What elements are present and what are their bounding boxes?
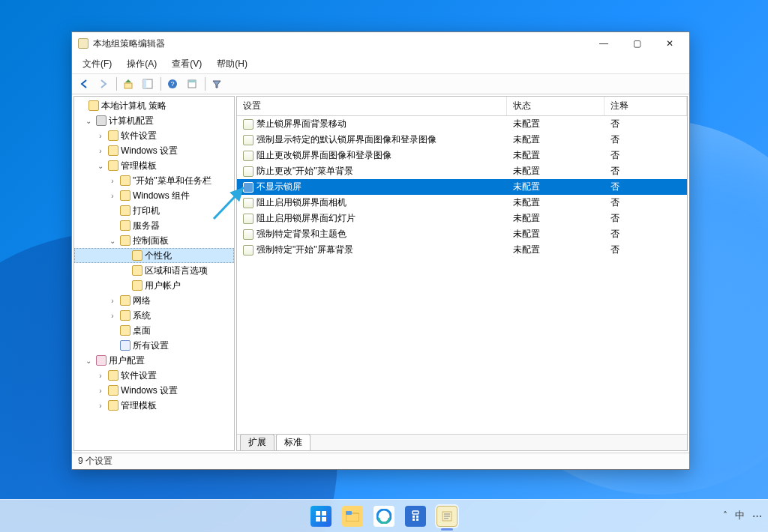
tree-system[interactable]: ›系统 bbox=[74, 308, 234, 323]
tree-item-label: 打印机 bbox=[133, 205, 160, 217]
toolbar: ? bbox=[72, 74, 689, 94]
tree-windows-settings[interactable]: ›Windows 设置 bbox=[74, 143, 234, 158]
menu-action[interactable]: 操作(A) bbox=[121, 56, 163, 72]
close-button[interactable]: ✕ bbox=[653, 33, 686, 54]
list-row[interactable]: 阻止更改锁屏界面图像和登录图像未配置否 bbox=[237, 148, 687, 163]
settings-icon bbox=[120, 340, 130, 351]
up-button[interactable] bbox=[119, 76, 137, 92]
list-row[interactable]: 阻止启用锁屏界面幻灯片未配置否 bbox=[237, 211, 687, 226]
tree-all-settings[interactable]: 所有设置 bbox=[74, 338, 234, 353]
maximize-button[interactable]: ▢ bbox=[620, 33, 653, 54]
tree-item-label: 控制面板 bbox=[133, 235, 169, 247]
tree-software-settings[interactable]: ›软件设置 bbox=[74, 128, 234, 143]
list-row[interactable]: 阻止启用锁屏界面相机未配置否 bbox=[237, 195, 687, 211]
setting-state: 未配置 bbox=[507, 181, 604, 193]
tree-item-label: 软件设置 bbox=[121, 130, 157, 142]
tabs: 扩展 标准 bbox=[237, 434, 687, 450]
taskbar-store-icon[interactable] bbox=[405, 506, 426, 527]
tree-pane[interactable]: 本地计算机 策略 ⌄ 计算机配置 ›软件设置 ›Windows 设置 bbox=[74, 96, 235, 451]
tree-item-label: 软件设置 bbox=[121, 369, 157, 382]
tree-desktop[interactable]: 桌面 bbox=[74, 323, 234, 338]
list-body[interactable]: 禁止锁屏界面背景移动未配置否强制显示特定的默认锁屏界面图像和登录图像未配置否阻止… bbox=[237, 116, 687, 434]
menu-file[interactable]: 文件(F) bbox=[76, 56, 118, 72]
tree-item-label: 桌面 bbox=[133, 324, 151, 337]
svg-rect-18 bbox=[416, 516, 418, 518]
forward-button[interactable] bbox=[94, 76, 112, 92]
column-comment[interactable]: 注释 bbox=[604, 97, 687, 115]
tray-overflow-icon[interactable]: ˄ bbox=[723, 510, 728, 521]
policy-item-icon bbox=[243, 214, 254, 224]
svg-rect-19 bbox=[412, 519, 415, 521]
list-row[interactable]: 禁止锁屏界面背景移动未配置否 bbox=[237, 116, 687, 132]
tree-windows-components[interactable]: ›Windows 组件 bbox=[74, 188, 234, 203]
properties-button[interactable] bbox=[183, 76, 201, 92]
tree-control-panel[interactable]: ⌄控制面板 bbox=[74, 233, 234, 248]
list-row[interactable]: 不显示锁屏未配置否 bbox=[237, 179, 687, 195]
svg-rect-2 bbox=[143, 79, 146, 88]
column-state[interactable]: 状态 bbox=[507, 97, 604, 115]
tree-item-label: 管理模板 bbox=[121, 399, 157, 412]
folder-icon bbox=[108, 130, 118, 141]
tree-user-accounts[interactable]: 用户帐户 bbox=[74, 278, 234, 293]
tree-user-templates[interactable]: ›管理模板 bbox=[74, 398, 234, 413]
list-row[interactable]: 强制显示特定的默认锁屏界面图像和登录图像未配置否 bbox=[237, 132, 687, 148]
tree-printers[interactable]: 打印机 bbox=[74, 203, 234, 218]
tab-standard[interactable]: 标准 bbox=[276, 434, 310, 450]
tree-item-label: Windows 组件 bbox=[133, 190, 190, 202]
column-setting[interactable]: 设置 bbox=[237, 97, 507, 115]
tree-admin-templates[interactable]: ⌄管理模板 bbox=[74, 158, 234, 173]
svg-rect-11 bbox=[322, 517, 326, 522]
setting-comment: 否 bbox=[604, 118, 687, 130]
tree-item-label: 所有设置 bbox=[133, 339, 169, 352]
tree-item-label: 计算机配置 bbox=[109, 115, 154, 127]
tree-item-label: 本地计算机 策略 bbox=[101, 100, 166, 112]
list-row[interactable]: 防止更改"开始"菜单背景未配置否 bbox=[237, 163, 687, 179]
computer-icon bbox=[96, 115, 106, 126]
folder-icon bbox=[108, 145, 118, 156]
tray-more-icon[interactable]: ⋯ bbox=[752, 510, 762, 522]
policy-item-icon bbox=[243, 245, 254, 256]
filter-button[interactable] bbox=[208, 76, 226, 92]
setting-state: 未配置 bbox=[507, 228, 604, 241]
taskbar-gpedit-icon[interactable] bbox=[436, 506, 458, 527]
tree-region-language[interactable]: 区域和语言选项 bbox=[74, 263, 234, 278]
tree-computer-config[interactable]: ⌄ 计算机配置 bbox=[74, 113, 234, 128]
policy-item-icon bbox=[243, 182, 254, 193]
back-button[interactable] bbox=[75, 76, 93, 92]
policy-item-icon bbox=[243, 135, 254, 145]
ime-indicator[interactable]: 中 bbox=[735, 509, 745, 522]
policy-item-icon bbox=[243, 166, 254, 177]
setting-name: 禁止锁屏界面背景移动 bbox=[256, 118, 346, 130]
tree-network[interactable]: ›网络 bbox=[74, 293, 234, 308]
tree-user-windows[interactable]: ›Windows 设置 bbox=[74, 383, 234, 398]
tree-personalization[interactable]: 个性化 bbox=[74, 248, 234, 263]
setting-state: 未配置 bbox=[507, 244, 604, 256]
setting-comment: 否 bbox=[604, 181, 687, 193]
gpedit-window: 本地组策略编辑器 — ▢ ✕ 文件(F) 操作(A) 查看(V) 帮助(H) ? bbox=[71, 31, 690, 470]
setting-name: 强制特定背景和主题色 bbox=[256, 228, 346, 241]
system-tray[interactable]: ˄ 中 ⋯ bbox=[723, 499, 762, 532]
start-button[interactable] bbox=[310, 506, 332, 527]
taskbar-edge-icon[interactable] bbox=[374, 506, 394, 527]
svg-text:?: ? bbox=[170, 80, 174, 88]
minimize-button[interactable]: — bbox=[587, 33, 620, 54]
list-row[interactable]: 强制特定"开始"屏幕背景未配置否 bbox=[237, 242, 687, 258]
tree-item-label: 系统 bbox=[133, 309, 151, 322]
list-row[interactable]: 强制特定背景和主题色未配置否 bbox=[237, 226, 687, 242]
taskbar[interactable]: ˄ 中 ⋯ bbox=[0, 499, 768, 532]
folder-icon bbox=[120, 190, 130, 201]
tree-item-label: 个性化 bbox=[145, 250, 172, 262]
tab-extended[interactable]: 扩展 bbox=[240, 434, 274, 450]
svg-rect-9 bbox=[322, 511, 326, 516]
tree-user-software[interactable]: ›软件设置 bbox=[74, 368, 234, 383]
show-hide-tree-button[interactable] bbox=[139, 76, 157, 92]
taskbar-explorer-icon[interactable] bbox=[342, 506, 363, 527]
tree-startmenu-taskbar[interactable]: ›"开始"菜单和任务栏 bbox=[74, 173, 234, 188]
menu-help[interactable]: 帮助(H) bbox=[211, 56, 254, 72]
menu-view[interactable]: 查看(V) bbox=[166, 56, 208, 72]
tree-user-config[interactable]: ⌄用户配置 bbox=[74, 353, 234, 368]
tree-server[interactable]: 服务器 bbox=[74, 218, 234, 233]
tree-root-policy[interactable]: 本地计算机 策略 bbox=[74, 98, 234, 113]
setting-state: 未配置 bbox=[507, 118, 604, 130]
help-button[interactable]: ? bbox=[164, 76, 182, 92]
